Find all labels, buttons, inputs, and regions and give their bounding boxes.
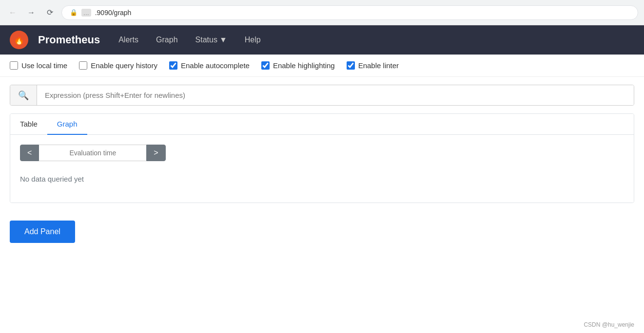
browser-chrome: ← → ⟳ 🔒 ... .9090/graph — [0, 0, 644, 25]
nav-link-graph[interactable]: Graph — [152, 34, 181, 46]
enable-highlighting-label: Enable highlighting — [273, 61, 335, 70]
tab-content: < > No data queried yet — [10, 135, 634, 203]
tab-bar: Table Graph — [10, 114, 634, 135]
navbar: 🔥 Prometheus Alerts Graph Status ▼ Help — [0, 25, 644, 55]
options-bar: Use local time Enable query history Enab… — [0, 55, 644, 77]
forward-button[interactable]: → — [24, 6, 38, 19]
enable-autocomplete-option[interactable]: Enable autocomplete — [169, 61, 250, 70]
refresh-button[interactable]: ⟳ — [43, 6, 57, 19]
enable-highlighting-option[interactable]: Enable highlighting — [261, 61, 335, 70]
enable-linter-label: Enable linter — [358, 61, 399, 70]
tab-table[interactable]: Table — [10, 114, 47, 135]
enable-autocomplete-label: Enable autocomplete — [181, 61, 250, 70]
main-panel: Table Graph < > No data queried yet — [10, 113, 634, 203]
eval-prev-button[interactable]: < — [20, 145, 39, 161]
navbar-brand: Prometheus — [38, 34, 100, 46]
enable-autocomplete-checkbox[interactable] — [169, 61, 177, 70]
enable-query-history-checkbox[interactable] — [79, 61, 87, 70]
prometheus-logo: 🔥 — [10, 31, 28, 49]
search-button[interactable]: 🔍 — [10, 85, 37, 105]
back-button[interactable]: ← — [6, 6, 20, 19]
nav-dropdown-status[interactable]: Status ▼ — [192, 34, 231, 46]
address-url: .9090/graph — [95, 9, 132, 17]
use-local-time-option[interactable]: Use local time — [10, 61, 67, 70]
enable-highlighting-checkbox[interactable] — [261, 61, 270, 70]
evaluation-row: < > — [20, 145, 624, 161]
enable-linter-option[interactable]: Enable linter — [347, 61, 399, 70]
eval-next-button[interactable]: > — [146, 145, 165, 161]
add-panel-button[interactable]: Add Panel — [10, 221, 75, 243]
nav-link-help[interactable]: Help — [241, 34, 265, 46]
use-local-time-label: Use local time — [21, 61, 67, 70]
chevron-down-icon: ▼ — [219, 36, 227, 44]
search-bar: 🔍 — [10, 85, 634, 106]
logo-icon: 🔥 — [14, 35, 24, 45]
tab-graph[interactable]: Graph — [47, 114, 87, 135]
enable-query-history-label: Enable query history — [91, 61, 157, 70]
enable-query-history-option[interactable]: Enable query history — [79, 61, 157, 70]
nav-link-status-label: Status — [195, 36, 217, 44]
expression-input[interactable] — [37, 85, 634, 105]
no-data-message: No data queried yet — [20, 171, 624, 193]
address-blur-1: ... — [81, 9, 91, 17]
use-local-time-checkbox[interactable] — [10, 61, 18, 70]
lock-icon: 🔒 — [70, 9, 78, 16]
evaluation-time-input[interactable] — [39, 145, 146, 161]
address-bar[interactable]: 🔒 ... .9090/graph — [61, 5, 638, 20]
search-icon: 🔍 — [18, 90, 29, 101]
nav-link-alerts[interactable]: Alerts — [115, 34, 142, 46]
enable-linter-checkbox[interactable] — [347, 61, 355, 70]
